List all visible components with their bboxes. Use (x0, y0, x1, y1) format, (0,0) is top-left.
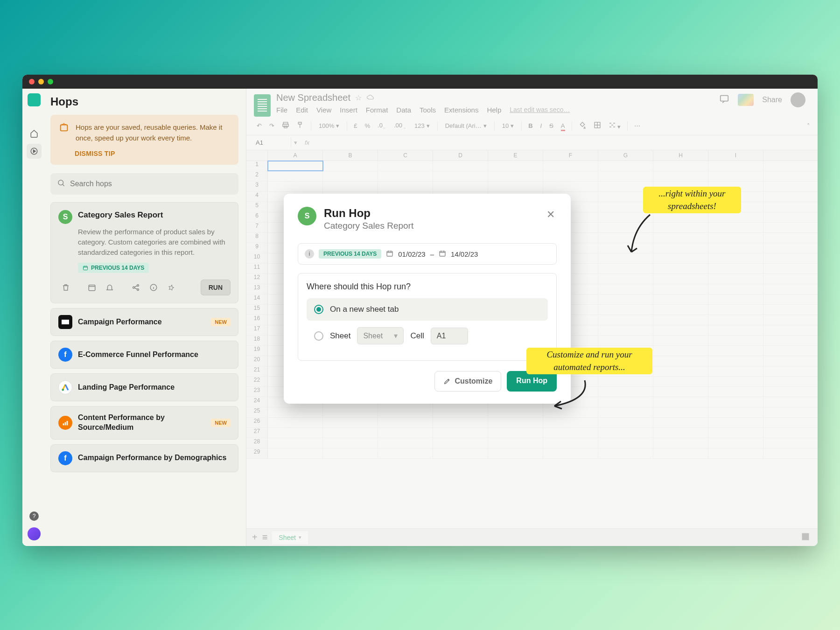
cell[interactable] (323, 407, 378, 417)
cell[interactable] (268, 171, 323, 181)
hop-item[interactable]: Campaign Performance NEW (50, 308, 238, 336)
row-header[interactable]: 11 (246, 264, 268, 273)
cell[interactable] (543, 448, 598, 458)
row-header[interactable]: 12 (246, 274, 268, 284)
cell[interactable] (488, 182, 543, 191)
cell[interactable] (488, 407, 543, 417)
meet-icon[interactable] (738, 94, 754, 106)
info-icon[interactable] (146, 280, 161, 295)
cell[interactable] (708, 161, 763, 171)
cell[interactable] (543, 418, 598, 427)
column-header[interactable]: I (708, 150, 763, 161)
row-header[interactable]: 27 (246, 428, 268, 438)
hop-item[interactable]: Content Performance by Source/Medium NEW (50, 406, 238, 440)
hop-item[interactable]: f E-Commerce Funnel Performance (50, 341, 238, 369)
row-header[interactable]: 5 (246, 202, 268, 212)
sheet-tab[interactable]: Sheet ▾ (272, 531, 308, 544)
undo-icon[interactable]: ↶ (254, 120, 265, 131)
cell[interactable] (708, 305, 763, 315)
cell[interactable] (323, 438, 378, 448)
row-header[interactable]: 18 (246, 336, 268, 345)
cell[interactable] (378, 448, 433, 458)
percent-format[interactable]: % (362, 120, 373, 131)
cell[interactable] (598, 315, 653, 325)
menu-insert[interactable]: Insert (340, 106, 357, 114)
cell[interactable] (598, 428, 653, 438)
cell[interactable] (708, 356, 763, 366)
column-header[interactable]: C (378, 150, 433, 161)
cell[interactable] (598, 387, 653, 397)
cell[interactable] (598, 336, 653, 345)
cell-input[interactable]: A1 (431, 328, 468, 344)
menu-view[interactable]: View (316, 106, 331, 114)
cell[interactable] (653, 346, 708, 356)
add-sheet-icon[interactable]: + (252, 532, 258, 543)
row-header[interactable]: 20 (246, 356, 268, 366)
schedule-icon[interactable] (84, 280, 99, 295)
cell[interactable] (653, 356, 708, 366)
menu-tools[interactable]: Tools (420, 106, 436, 114)
row-header[interactable]: 2 (246, 171, 268, 181)
column-header[interactable]: E (488, 150, 543, 161)
font-dropdown[interactable]: Default (Ari… ▾ (441, 120, 490, 131)
cell[interactable] (708, 336, 763, 345)
paint-format-icon[interactable] (294, 119, 307, 132)
cell[interactable] (598, 305, 653, 315)
hop-card-featured[interactable]: S Category Sales Report Review the perfo… (50, 202, 238, 303)
row-header[interactable]: 19 (246, 346, 268, 356)
cell[interactable] (653, 274, 708, 284)
cell[interactable] (708, 223, 763, 232)
row-header[interactable]: 25 (246, 407, 268, 417)
print-icon[interactable] (279, 119, 292, 132)
cell[interactable] (598, 284, 653, 294)
cell[interactable] (653, 387, 708, 397)
cell[interactable] (598, 294, 653, 304)
cell[interactable] (708, 377, 763, 386)
cell[interactable] (653, 212, 708, 222)
option-new-tab[interactable]: On a new sheet tab (307, 298, 548, 321)
cell[interactable] (268, 418, 323, 427)
row-header[interactable]: 9 (246, 243, 268, 253)
cell[interactable] (598, 418, 653, 427)
option-existing-sheet[interactable]: Sheet Sheet▾ Cell A1 (307, 321, 548, 351)
row-header[interactable]: 24 (246, 397, 268, 407)
number-format-dropdown[interactable]: 123 ▾ (411, 120, 434, 131)
strike-icon[interactable]: S (546, 120, 556, 131)
cell[interactable] (708, 274, 763, 284)
row-header[interactable]: 23 (246, 387, 268, 397)
cell[interactable] (708, 366, 763, 376)
row-header[interactable]: 10 (246, 253, 268, 263)
column-header[interactable]: B (323, 150, 378, 161)
cell[interactable] (653, 336, 708, 345)
cell[interactable] (268, 407, 323, 417)
search-hops-field[interactable] (70, 180, 232, 188)
cell[interactable] (708, 428, 763, 438)
cell[interactable] (653, 418, 708, 427)
cell[interactable] (708, 171, 763, 181)
decrease-decimal[interactable]: .0← (375, 120, 389, 132)
cell[interactable] (653, 438, 708, 448)
cell[interactable] (323, 161, 378, 171)
cell[interactable] (268, 438, 323, 448)
column-header[interactable]: D (433, 150, 488, 161)
info-icon[interactable]: i (305, 249, 314, 259)
zoom-dropdown[interactable]: 100% ▾ (315, 120, 343, 131)
cell[interactable] (268, 182, 323, 191)
cell[interactable] (433, 428, 488, 438)
cell[interactable] (653, 397, 708, 407)
cell[interactable] (708, 346, 763, 356)
delete-icon[interactable] (58, 280, 73, 295)
maximize-window-dot[interactable] (48, 79, 53, 84)
date-range-strip[interactable]: i PREVIOUS 14 DAYS 01/02/23 – 14/02/23 (298, 243, 557, 265)
cloud-icon[interactable] (366, 94, 375, 102)
cell[interactable] (653, 253, 708, 263)
cell[interactable] (268, 448, 323, 458)
cell[interactable] (378, 438, 433, 448)
cell[interactable] (433, 438, 488, 448)
row-header[interactable]: 7 (246, 223, 268, 232)
cell[interactable] (598, 274, 653, 284)
cell[interactable] (653, 305, 708, 315)
cell[interactable] (708, 253, 763, 263)
last-edit-link[interactable]: Last edit was seco… (510, 106, 570, 114)
spreadsheet-title[interactable]: New Spreadsheet (276, 92, 350, 103)
